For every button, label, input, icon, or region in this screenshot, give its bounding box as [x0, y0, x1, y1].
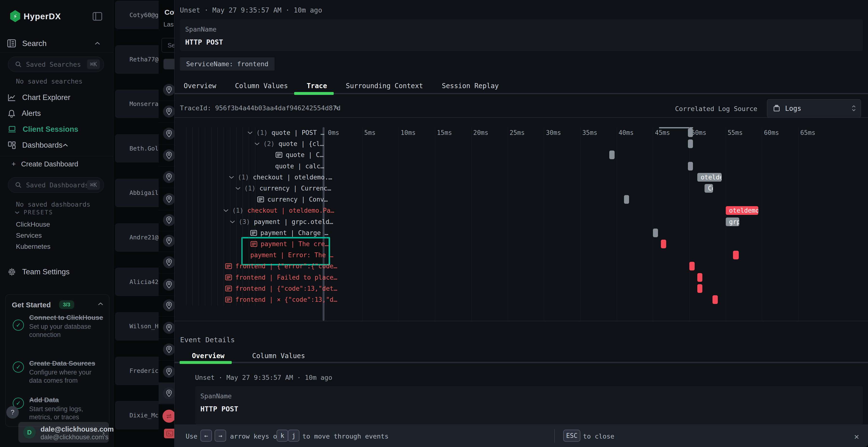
expand-chevron-icon[interactable]: [254, 142, 260, 145]
service-name-tag[interactable]: ServiceName: frontend: [180, 57, 275, 71]
trace-span-bar[interactable]: [733, 251, 739, 260]
trace-tree-row[interactable]: (1)currency | Currenc…: [179, 183, 379, 194]
trace-span-bar[interactable]: grpc: [726, 217, 739, 226]
session-list-item[interactable]: Dixie_Mc: [115, 401, 159, 429]
saved-dashboards-input[interactable]: Saved Dashboards ⌘K: [8, 177, 104, 193]
session-list-item[interactable]: Retha77@: [115, 45, 159, 74]
sidebar-item-kubernetes[interactable]: Kubernetes: [16, 243, 51, 250]
map-pin-icon[interactable]: [163, 256, 175, 268]
trace-tree-row[interactable]: (1)checkout | oteldemo.…: [179, 172, 373, 183]
user-profile-chip[interactable]: D dale@clickhouse.com dale@clickhouse.co…: [18, 422, 109, 443]
map-pin-icon[interactable]: [163, 214, 175, 226]
map-pin-icon[interactable]: [163, 387, 175, 399]
trace-span-bar[interactable]: [712, 295, 718, 304]
expand-chevron-icon[interactable]: [235, 187, 241, 190]
trace-span-bar[interactable]: [624, 195, 629, 204]
map-pin-icon[interactable]: [163, 193, 175, 205]
presets-toggle[interactable]: PRESETS: [14, 209, 53, 216]
chevron-up-icon[interactable]: [62, 143, 68, 147]
get-started-item[interactable]: ✓ Create Data Sources Configure where yo…: [13, 359, 103, 385]
trace-span-bar[interactable]: [653, 229, 658, 237]
session-list-item[interactable]: Abbigail: [115, 179, 159, 207]
map-pin-icon[interactable]: [163, 171, 175, 183]
trace-tree-row[interactable]: frontend | {"code":13,"det…: [179, 283, 370, 294]
trace-span-bar[interactable]: [688, 128, 693, 137]
trace-span-bar[interactable]: [688, 162, 693, 171]
session-list-item[interactable]: Coty60@g: [115, 1, 159, 29]
expand-chevron-icon[interactable]: [228, 176, 235, 179]
log-source-select[interactable]: Logs: [767, 99, 861, 117]
tab-trace[interactable]: Trace: [307, 82, 327, 90]
expand-chevron-icon[interactable]: [223, 209, 229, 212]
sidebar-collapse-icon[interactable]: [93, 12, 102, 21]
trace-tree-row[interactable]: (3)payment | grpc.oteld…: [179, 216, 374, 227]
edit-pencil-icon[interactable]: ✎: [334, 103, 339, 111]
tab-ed-overview[interactable]: Overview: [192, 352, 224, 360]
trace-span-bar[interactable]: oteldemo.: [726, 206, 758, 215]
trace-tree-row[interactable]: currency | Conv…: [179, 194, 402, 205]
trace-span-bar[interactable]: [697, 284, 702, 293]
trace-tree-row[interactable]: quote | calc…: [179, 161, 420, 172]
timeline-gridline: [762, 127, 762, 321]
trace-span-bar[interactable]: oteldemo.: [697, 173, 722, 182]
sidebar-item-alerts[interactable]: Alerts: [0, 106, 113, 121]
expand-chevron-icon[interactable]: [247, 131, 253, 134]
trace-tree-row[interactable]: frontend | {"error":{"code…: [179, 261, 370, 272]
trace-tree-row[interactable]: frontend | × {"code":13,"d…: [179, 294, 370, 305]
map-pin-icon[interactable]: [163, 322, 175, 334]
trace-tree-row[interactable]: payment | The cre…: [179, 238, 395, 249]
saved-searches-input[interactable]: Saved Searches ⌘K: [8, 57, 104, 72]
sidebar-item-dashboards[interactable]: Dashboards: [0, 138, 113, 153]
sidebar-item-clickhouse[interactable]: ClickHouse: [16, 220, 50, 228]
tab-surrounding-context[interactable]: Surrounding Context: [346, 82, 423, 90]
sidebar-item-client-sessions[interactable]: Client Sessions: [0, 122, 113, 137]
map-pin-icon[interactable]: [163, 128, 175, 140]
trace-tree-row[interactable]: payment | Error: The …: [179, 249, 395, 261]
trace-span-bar[interactable]: [661, 240, 666, 248]
trace-tree-row[interactable]: (1)checkout | oteldemo.Pa…: [179, 205, 368, 216]
trace-span-bar[interactable]: Co: [705, 184, 713, 193]
session-list-item[interactable]: Monserra: [115, 90, 159, 118]
tab-session-replay[interactable]: Session Replay: [442, 82, 499, 90]
get-started-item[interactable]: ✓ Add Data Start sending logs, metrics, …: [13, 396, 103, 421]
session-list-item[interactable]: Wilson_H: [115, 312, 159, 341]
close-icon[interactable]: ✕: [854, 432, 859, 441]
session-list-item[interactable]: Alicia42: [115, 268, 159, 296]
chevron-up-icon[interactable]: [98, 302, 103, 306]
terminal-event-icon[interactable]: [164, 429, 176, 438]
trace-tree-row[interactable]: quote | C…: [179, 149, 420, 161]
chevron-up-icon[interactable]: [94, 42, 100, 45]
sidebar-item-services[interactable]: Services: [16, 232, 42, 239]
trace-tree-row[interactable]: (2)quote | {cl…: [179, 138, 399, 149]
map-pin-icon[interactable]: [163, 84, 175, 96]
session-list-item[interactable]: Frederic: [115, 357, 159, 385]
tab-overview[interactable]: Overview: [184, 82, 216, 90]
get-started-item[interactable]: ✓ Connect to ClickHouse Set up your data…: [13, 313, 103, 339]
map-pin-icon[interactable]: [163, 299, 175, 311]
map-pin-icon[interactable]: [163, 235, 175, 247]
help-button[interactable]: ?: [6, 406, 19, 419]
session-list-item[interactable]: Andre21@: [115, 223, 159, 252]
session-list-item[interactable]: Beth.Gol: [115, 134, 159, 163]
tab-column-values[interactable]: Column Values: [235, 82, 288, 90]
map-pin-icon[interactable]: [163, 279, 175, 291]
trace-tree-row[interactable]: (1)quote | POST …: [179, 127, 392, 138]
trace-tree-row[interactable]: payment | Charge …: [179, 227, 395, 238]
tab-ed-column-values[interactable]: Column Values: [252, 352, 305, 360]
trace-span-bar[interactable]: [689, 262, 695, 271]
create-dashboard-button[interactable]: + Create Dashboard: [0, 157, 113, 171]
trace-span-bar[interactable]: [609, 150, 614, 159]
sidebar-section-search[interactable]: Search: [0, 36, 113, 51]
sidebar-item-chart-explorer[interactable]: Chart Explorer: [0, 90, 113, 105]
exchange-event-icon[interactable]: [162, 410, 176, 423]
map-pin-icon[interactable]: [163, 343, 175, 355]
map-pin-icon[interactable]: [163, 149, 175, 161]
trace-tree-row[interactable]: frontend | Failed to place…: [179, 272, 370, 283]
sidebar-item-team-settings[interactable]: Team Settings: [0, 265, 113, 279]
trace-span-bar[interactable]: [697, 273, 702, 282]
map-pin-icon[interactable]: [163, 366, 175, 378]
expand-chevron-icon[interactable]: [229, 220, 235, 224]
trace-span-bar[interactable]: [688, 139, 693, 148]
timeline-scroll-indicator[interactable]: [659, 127, 693, 128]
map-pin-icon[interactable]: [163, 105, 175, 117]
